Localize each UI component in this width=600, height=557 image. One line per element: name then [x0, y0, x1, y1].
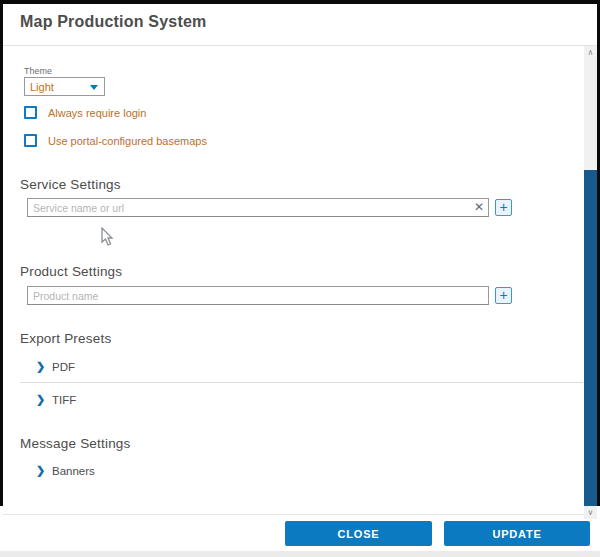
- close-button[interactable]: CLOSE: [285, 521, 432, 546]
- scrollbar-track[interactable]: ∧ ∨: [584, 46, 597, 519]
- scroll-down-icon[interactable]: ∨: [584, 506, 597, 519]
- map-production-system-dialog: Map Production System Theme Light Always…: [0, 0, 600, 557]
- update-button[interactable]: UPDATE: [444, 521, 590, 546]
- theme-dropdown-value: Light: [30, 81, 54, 93]
- pdf-preset-label: PDF: [52, 361, 75, 373]
- always-require-login-checkbox[interactable]: [24, 106, 37, 119]
- frame-top: [0, 0, 600, 4]
- title-divider: [3, 45, 597, 46]
- service-settings-heading: Service Settings: [20, 177, 121, 192]
- preset-divider: [20, 382, 583, 383]
- always-require-login-label: Always require login: [48, 107, 146, 119]
- product-settings-heading: Product Settings: [20, 264, 122, 279]
- theme-dropdown[interactable]: Light: [24, 77, 105, 96]
- add-product-button[interactable]: +: [495, 287, 512, 304]
- banners-label: Banners: [52, 465, 95, 477]
- caret-down-icon: [90, 85, 98, 90]
- frame-bottom: [0, 551, 600, 557]
- product-name-input[interactable]: [27, 286, 489, 305]
- chevron-right-icon: ❯: [36, 393, 45, 406]
- footer-divider: [3, 514, 597, 515]
- clear-icon[interactable]: ✕: [471, 199, 487, 216]
- scroll-up-icon[interactable]: ∧: [584, 46, 597, 59]
- dialog-title: Map Production System: [20, 13, 206, 31]
- add-service-button[interactable]: +: [495, 199, 512, 216]
- portal-basemaps-label: Use portal-configured basemaps: [48, 135, 207, 147]
- tiff-preset-label: TIFF: [52, 394, 76, 406]
- theme-label: Theme: [24, 66, 52, 76]
- chevron-right-icon: ❯: [36, 360, 45, 373]
- message-settings-heading: Message Settings: [20, 436, 131, 451]
- scrollbar-thumb[interactable]: [584, 170, 597, 506]
- frame-left: [0, 0, 3, 506]
- export-presets-heading: Export Presets: [20, 331, 111, 346]
- portal-basemaps-checkbox[interactable]: [24, 134, 37, 147]
- chevron-right-icon: ❯: [36, 464, 45, 477]
- service-name-input[interactable]: [27, 198, 489, 217]
- mouse-cursor-icon: [101, 227, 115, 247]
